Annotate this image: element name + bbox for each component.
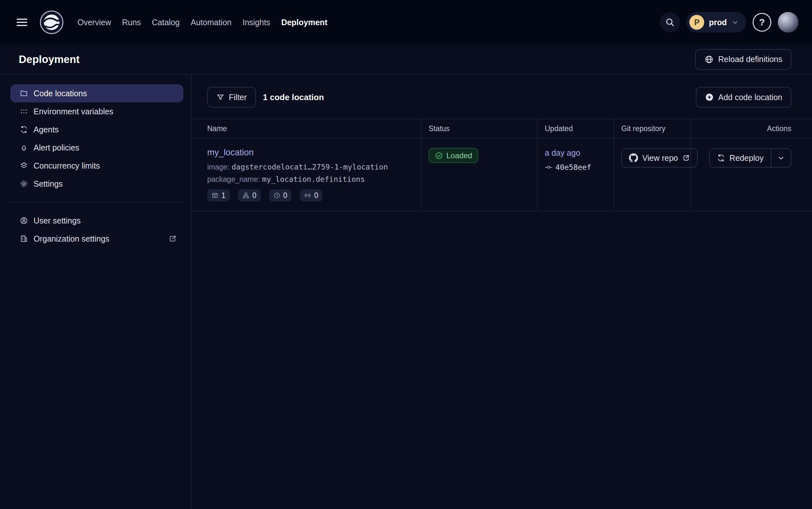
top-nav: Overview Runs Catalog Automation Insight… (0, 0, 812, 44)
table-header-row: Name Status Updated Git repository Actio… (192, 118, 812, 139)
sidebar-item-label: Settings (34, 179, 63, 189)
question-mark-icon: ? (759, 17, 765, 28)
help-button[interactable]: ? (752, 13, 771, 32)
sidebar-item-organization-settings[interactable]: Organization settings (10, 230, 183, 248)
sidebar-item-label: Organization settings (34, 234, 109, 243)
github-icon (629, 154, 638, 163)
sidebar-divider (10, 202, 183, 203)
sidebar-item-settings[interactable]: Settings (10, 175, 183, 193)
chevron-down-icon (777, 154, 785, 162)
page-header: Deployment Reload definitions (0, 44, 812, 75)
sensor-icon (304, 192, 311, 199)
external-link-icon (682, 154, 690, 162)
layers-icon (20, 162, 28, 170)
code-locations-table: Name Status Updated Git repository Actio… (192, 118, 812, 211)
updated-cell: a day ago 40e58eef (538, 139, 614, 211)
page-title: Deployment (19, 53, 80, 66)
cycle-icon (20, 125, 28, 134)
code-locations-panel: Filter 1 code location Add code location… (192, 75, 812, 509)
sidebar-item-user-settings[interactable]: User settings (10, 211, 183, 230)
column-header-actions: Actions (691, 119, 812, 138)
clock-icon (273, 192, 281, 199)
plus-circle-icon (705, 93, 714, 102)
filter-button[interactable]: Filter (207, 87, 256, 107)
chevron-down-icon (731, 19, 739, 26)
column-header-name: Name (192, 119, 421, 138)
sidebar-item-label: Code locations (34, 89, 87, 98)
status-badge: Loaded (429, 148, 478, 163)
sidebar-item-label: User settings (34, 216, 81, 226)
nav-item-catalog[interactable]: Catalog (152, 14, 180, 30)
deployment-sidebar: Code locations Environment variables Age… (0, 75, 192, 509)
column-header-updated: Updated (538, 119, 614, 138)
table-icon (211, 192, 219, 199)
bell-icon (20, 143, 28, 152)
toolbar: Filter 1 code location Add code location (207, 87, 791, 107)
image-value: dagstercodelocati…2759-1-mylocation (231, 163, 388, 171)
nav-item-deployment[interactable]: Deployment (281, 14, 327, 30)
nav-item-runs[interactable]: Runs (122, 14, 141, 30)
sensors-count-badge: 0 (300, 189, 322, 202)
git-repository-cell: View repo (614, 139, 691, 211)
view-repo-button[interactable]: View repo (621, 148, 698, 168)
sidebar-item-code-locations[interactable]: Code locations (10, 84, 183, 102)
nav-item-automation[interactable]: Automation (191, 14, 231, 30)
primary-nav: Overview Runs Catalog Automation Insight… (77, 14, 327, 30)
commit-icon (545, 163, 553, 171)
jobs-count-badge: 0 (238, 189, 261, 202)
hamburger-menu-icon[interactable] (13, 14, 30, 31)
reload-definitions-button[interactable]: Reload definitions (695, 49, 791, 70)
commit-line: 40e58eef (545, 163, 614, 171)
search-icon (665, 17, 675, 28)
count-badges: 1 0 0 (207, 189, 408, 202)
nav-item-insights[interactable]: Insights (243, 14, 270, 30)
image-line: image: dagstercodelocati…2759-1-mylocati… (207, 163, 408, 171)
external-link-icon (169, 235, 177, 243)
code-location-count: 1 code location (263, 92, 324, 102)
table-row: my_location image: dagstercodelocati…275… (192, 139, 812, 211)
tree-icon (243, 192, 250, 199)
sidebar-item-label: Environment variables (34, 107, 113, 116)
sidebar-item-concurrency-limits[interactable]: Concurrency limits (10, 157, 183, 175)
deployment-badge: P (689, 15, 704, 30)
folder-icon (20, 89, 28, 98)
assets-count-badge: 1 (207, 189, 230, 202)
code-location-link[interactable]: my_location (207, 147, 254, 158)
name-cell: my_location image: dagstercodelocati…275… (192, 139, 421, 211)
filter-icon (216, 93, 225, 101)
refresh-icon (717, 154, 725, 162)
sidebar-item-alert-policies[interactable]: Alert policies (10, 139, 183, 157)
sidebar-item-agents[interactable]: Agents (10, 121, 183, 139)
commit-hash: 40e58eef (555, 163, 591, 171)
sidebar-item-environment-variables[interactable]: Environment variables (10, 102, 183, 121)
user-avatar[interactable] (778, 12, 799, 33)
gear-icon (20, 179, 28, 188)
redeploy-split-button: Redeploy (709, 148, 791, 168)
deployment-name: prod (709, 18, 727, 27)
nav-item-overview[interactable]: Overview (77, 14, 111, 30)
check-circle-icon (435, 151, 443, 160)
dagster-logo[interactable] (39, 10, 64, 35)
sidebar-item-label: Alert policies (34, 143, 79, 152)
search-button[interactable] (660, 12, 680, 32)
status-cell: Loaded (421, 139, 538, 211)
sidebar-item-label: Concurrency limits (34, 161, 100, 171)
schedules-count-badge: 0 (269, 189, 292, 202)
column-header-status: Status (421, 119, 538, 138)
package-value: my_location.definitions (262, 175, 365, 183)
column-header-git-repository: Git repository (614, 119, 691, 138)
package-line: package_name: my_location.definitions (207, 175, 408, 184)
building-icon (20, 235, 28, 243)
updated-link[interactable]: a day ago (545, 148, 580, 158)
redeploy-button[interactable]: Redeploy (709, 148, 771, 168)
deployment-switcher[interactable]: P prod (687, 12, 746, 33)
sidebar-item-label: Agents (34, 125, 59, 134)
redeploy-more-button[interactable] (771, 148, 791, 168)
actions-cell: Redeploy (691, 139, 812, 211)
dots-rows-icon (20, 107, 28, 115)
add-code-location-button[interactable]: Add code location (696, 87, 791, 107)
globe-reload-icon (704, 55, 714, 64)
user-circle-icon (20, 216, 28, 225)
